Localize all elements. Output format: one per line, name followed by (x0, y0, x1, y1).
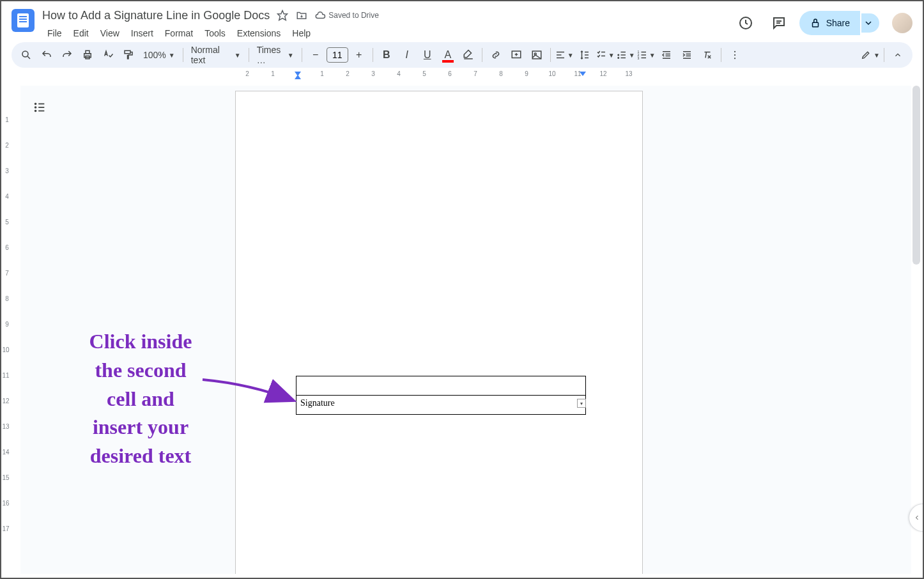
cloud-icon (314, 10, 326, 21)
align-icon[interactable]: ▼ (555, 45, 574, 65)
history-icon[interactable] (733, 10, 758, 36)
table-cell-2[interactable]: Signature (296, 396, 586, 415)
ruler-number: 12 (599, 70, 606, 77)
document-title[interactable]: How to Add a Signature Line in Google Do… (42, 9, 270, 22)
chevron-down-icon: ▼ (288, 52, 294, 59)
ruler-number: 10 (548, 70, 555, 77)
document-page[interactable]: Signature ▾ (235, 91, 643, 574)
ruler-number: 7 (5, 270, 9, 277)
checklist-icon[interactable]: ▼ (596, 45, 615, 65)
add-comment-icon[interactable] (507, 45, 526, 65)
insert-link-icon[interactable] (486, 45, 505, 65)
spellcheck-icon[interactable] (98, 45, 118, 65)
share-dropdown[interactable] (861, 13, 879, 33)
move-icon[interactable] (295, 9, 308, 22)
menu-file[interactable]: File (42, 26, 67, 41)
search-menus-icon[interactable] (17, 45, 36, 65)
table-row[interactable] (296, 376, 586, 396)
chevron-down-icon (865, 20, 872, 26)
annotation-line: desired text (45, 442, 236, 470)
decrease-indent-icon[interactable] (657, 45, 676, 65)
chevron-down-icon: ▼ (874, 52, 880, 59)
signature-table[interactable]: Signature (296, 376, 586, 415)
svg-rect-10 (125, 50, 130, 54)
clear-formatting-icon[interactable] (698, 45, 717, 65)
chevron-down-icon: ▼ (235, 52, 241, 59)
svg-point-48 (35, 104, 36, 105)
ruler-number: 1 (320, 70, 324, 77)
table-options-handle[interactable]: ▾ (577, 399, 586, 408)
editing-mode-icon[interactable]: ▼ (861, 45, 880, 65)
share-label: Share (826, 18, 850, 28)
ruler-number: 8 (5, 295, 9, 302)
italic-icon[interactable]: I (397, 45, 417, 65)
increase-font-size[interactable]: + (350, 45, 369, 65)
style-value: Normal text (191, 45, 232, 65)
menu-view[interactable]: View (95, 26, 125, 41)
menu-format[interactable]: Format (160, 26, 198, 41)
document-outline-icon[interactable] (29, 97, 50, 118)
ruler-number: 7 (474, 70, 477, 77)
ruler-number: 12 (2, 398, 9, 405)
print-icon[interactable] (78, 45, 97, 65)
highlight-icon[interactable] (459, 45, 478, 65)
chevron-down-icon: ▼ (629, 52, 635, 59)
scrollbar-thumb[interactable] (912, 86, 920, 265)
svg-point-47 (734, 58, 735, 59)
bold-icon[interactable]: B (377, 45, 396, 65)
menu-extensions[interactable]: Extensions (232, 26, 286, 41)
vertical-scrollbar[interactable] (912, 86, 920, 565)
separator (249, 48, 249, 62)
ruler-number: 16 (2, 500, 9, 507)
ruler-number: 4 (5, 193, 9, 200)
ruler-number: 17 (2, 525, 9, 532)
svg-point-52 (35, 111, 36, 112)
docs-logo-icon[interactable] (12, 9, 35, 32)
font-size-input[interactable]: 11 (327, 47, 348, 63)
menu-help[interactable]: Help (287, 26, 316, 41)
horizontal-ruler[interactable]: 2 1 1 2 3 4 5 6 7 8 9 10 11 12 13 (20, 70, 912, 81)
ruler-number: 5 (422, 70, 426, 77)
ruler-number: 3 (371, 70, 375, 77)
menu-edit[interactable]: Edit (68, 26, 94, 41)
menu-tools[interactable]: Tools (199, 26, 231, 41)
star-icon[interactable] (276, 9, 289, 22)
right-indent-marker[interactable] (580, 72, 586, 76)
paint-format-icon[interactable] (119, 45, 138, 65)
ruler-number: 4 (397, 70, 401, 77)
redo-icon[interactable] (58, 45, 77, 65)
text-color-icon[interactable]: A (438, 45, 458, 65)
comments-icon[interactable] (766, 10, 792, 36)
increase-indent-icon[interactable] (677, 45, 697, 65)
line-spacing-icon[interactable] (575, 45, 594, 65)
left-indent-marker[interactable] (295, 75, 301, 79)
numbered-list-icon[interactable]: 123▼ (636, 45, 656, 65)
ruler-number: 13 (625, 70, 632, 77)
more-icon[interactable] (725, 45, 744, 65)
svg-point-5 (22, 51, 28, 57)
menu-insert[interactable]: Insert (126, 26, 158, 41)
undo-icon[interactable] (37, 45, 56, 65)
document-area: Signature ▾ Click inside the second cell… (20, 86, 911, 574)
signature-table-wrap: Signature ▾ (296, 376, 586, 415)
lock-icon (810, 17, 821, 29)
user-avatar[interactable] (892, 13, 912, 33)
decrease-font-size[interactable]: − (306, 45, 325, 65)
ruler-number: 5 (5, 219, 9, 226)
ruler-number: 10 (2, 346, 9, 353)
cloud-status[interactable]: Saved to Drive (314, 10, 379, 21)
insert-image-icon[interactable] (527, 45, 546, 65)
table-row[interactable]: Signature (296, 396, 586, 415)
paragraph-style-select[interactable]: Normal text▼ (187, 42, 245, 68)
font-select[interactable]: Times …▼ (253, 42, 298, 68)
bulleted-list-icon[interactable]: ▼ (616, 45, 635, 65)
ruler-number: 2 (245, 70, 249, 77)
table-cell-1[interactable] (296, 376, 586, 396)
chevron-down-icon: ▼ (608, 52, 615, 59)
share-button[interactable]: Share (799, 11, 860, 35)
vertical-ruler[interactable]: 1 2 3 4 5 6 7 8 9 10 11 12 13 14 15 16 1… (5, 86, 15, 578)
zoom-select[interactable]: 100%▼ (139, 47, 179, 63)
ruler-number: 15 (2, 474, 9, 481)
collapse-toolbar-icon[interactable] (888, 45, 907, 65)
underline-icon[interactable]: U (418, 45, 437, 65)
